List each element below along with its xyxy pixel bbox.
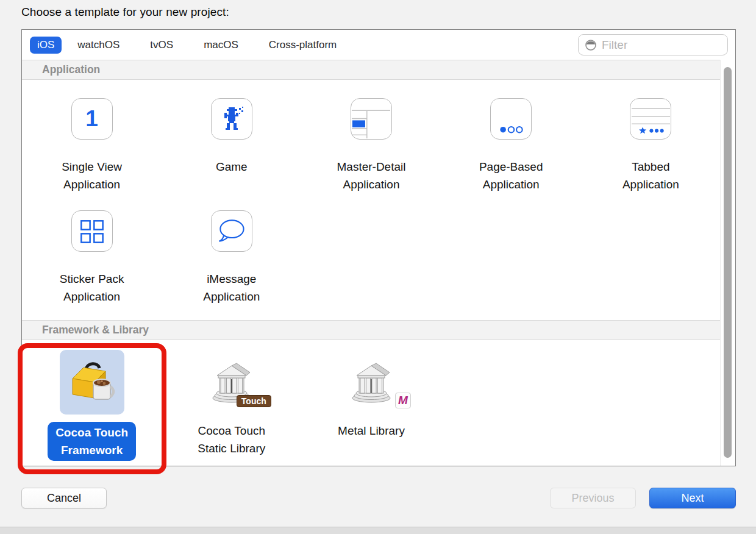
toolbox-mug-icon	[60, 350, 124, 415]
template-game[interactable]: Game	[162, 98, 301, 193]
template-label: Sticker Pack Application	[60, 270, 124, 305]
tab-tvos[interactable]: tvOS	[143, 37, 180, 54]
template-master-detail-application[interactable]: Master-Detail Application	[301, 98, 441, 193]
filter-placeholder: Filter	[602, 38, 627, 52]
window-bottom-edge	[0, 527, 756, 534]
single-view-icon: 1	[71, 98, 113, 140]
template-label: Cocoa Touch Static Library	[198, 422, 265, 457]
template-sticker-pack-application[interactable]: Sticker Pack Application	[22, 210, 162, 305]
template-single-view-application[interactable]: 1 Single View Application	[22, 98, 162, 193]
imessage-icon	[211, 210, 252, 252]
template-chooser-panel: iOS watchOS tvOS macOS Cross-platform Fi…	[21, 29, 736, 466]
template-page-based-application[interactable]: Page-Based Application	[441, 98, 581, 193]
scrollbar-thumb[interactable]	[724, 67, 732, 458]
template-label: iMessage Application	[203, 270, 260, 305]
tab-watchos[interactable]: watchOS	[70, 37, 127, 54]
scrollbar-track[interactable]	[720, 60, 735, 466]
section-header-framework-library: Framework & Library	[22, 320, 735, 340]
tabbed-icon	[630, 98, 671, 140]
filter-input[interactable]: Filter	[578, 34, 728, 55]
framework-template-grid: Cocoa Touch Framework To	[22, 340, 721, 467]
template-label: Page-Based Application	[479, 158, 543, 193]
page-based-icon	[490, 98, 532, 140]
template-label-selected: Cocoa Touch Framework	[48, 422, 136, 461]
metal-badge: M	[395, 393, 411, 408]
platform-tabbar: iOS watchOS tvOS macOS Cross-platform Fi…	[22, 30, 735, 60]
template-metal-library[interactable]: M Metal Library	[301, 350, 441, 461]
application-template-grid: 1 Single View Application Game	[22, 80, 721, 320]
sticker-pack-icon	[71, 210, 113, 252]
library-building-icon: M	[339, 350, 404, 415]
tab-cross-platform[interactable]: Cross-platform	[262, 37, 344, 54]
tab-ios[interactable]: iOS	[30, 37, 62, 54]
section-header-application: Application	[22, 60, 735, 80]
previous-button: Previous	[550, 488, 636, 508]
template-label: Single View Application	[62, 158, 122, 193]
template-tabbed-application[interactable]: Tabbed Application	[581, 98, 721, 193]
game-icon	[211, 98, 252, 140]
template-label: Master-Detail Application	[337, 158, 406, 193]
template-label: Tabbed Application	[622, 158, 679, 193]
filter-icon	[584, 38, 597, 52]
template-imessage-application[interactable]: iMessage Application	[162, 210, 301, 305]
template-cocoa-touch-framework[interactable]: Cocoa Touch Framework	[22, 350, 162, 461]
touch-badge: Touch	[237, 395, 271, 407]
next-button[interactable]: Next	[649, 488, 736, 508]
template-cocoa-touch-static-library[interactable]: Touch Cocoa Touch Static Library	[162, 350, 301, 461]
dialog-title: Choose a template for your new project:	[21, 5, 229, 19]
cancel-button[interactable]: Cancel	[21, 488, 107, 508]
template-label: Metal Library	[338, 422, 405, 440]
template-label: Game	[216, 158, 248, 176]
master-detail-icon	[351, 98, 392, 140]
library-building-icon: Touch	[199, 350, 264, 415]
tab-macos[interactable]: macOS	[196, 37, 246, 54]
